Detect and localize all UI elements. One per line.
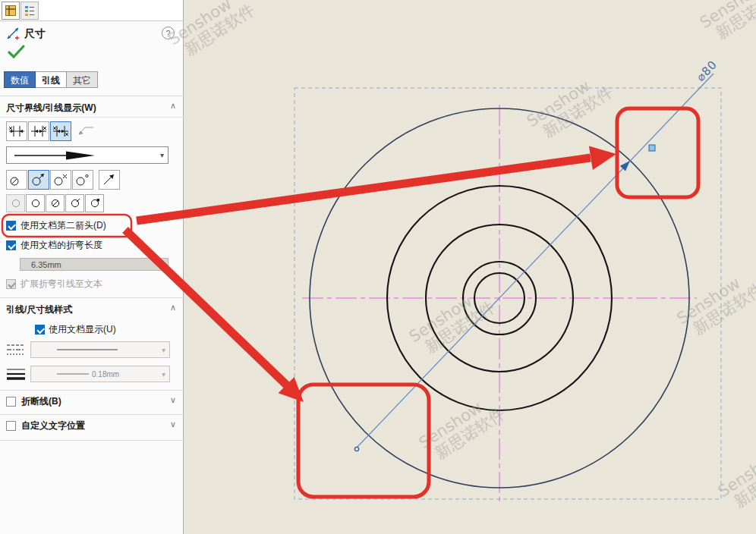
circle-dot-leader-icon	[75, 173, 90, 187]
custom-text-position-checkbox[interactable]	[6, 421, 16, 431]
circle-square-style-icon	[90, 198, 100, 209]
expand-custom-text-chevron[interactable]: ∨	[168, 419, 178, 429]
arrows-outside-icon	[8, 125, 25, 137]
divider	[0, 390, 184, 391]
second-arrow-label[interactable]: 使用文档第二箭头(D)	[20, 219, 106, 232]
circle-slash-style-icon	[50, 198, 61, 209]
chevron-down-icon: ▾	[159, 346, 168, 354]
witness-section-title: 尺寸界线/引线显示(W)	[6, 102, 96, 115]
dot-style-5-button[interactable]	[85, 194, 104, 212]
panel-tab-strip	[0, 0, 183, 21]
divider	[0, 297, 184, 298]
tab-configuration[interactable]	[20, 2, 39, 20]
list-icon	[24, 5, 36, 17]
divider	[0, 440, 184, 441]
use-document-display-checkbox[interactable]	[35, 325, 45, 335]
collapse-leader-style-chevron[interactable]: ∧	[168, 303, 178, 313]
property-manager-panel: 尺寸 ? 数值 引线 其它 尺寸界线/引线显示(W) ∧	[0, 0, 184, 534]
extend-bend-checkbox[interactable]	[6, 279, 16, 289]
divider	[0, 414, 184, 415]
circle-cross-leader-icon	[53, 173, 68, 187]
arrow-style-sample	[11, 150, 110, 161]
expand-break-line-chevron[interactable]: ∨	[168, 395, 178, 405]
leader-style-4-button[interactable]	[72, 170, 93, 190]
circle-style-icon	[30, 198, 41, 209]
arrows-inside-icon	[30, 125, 47, 137]
circle-arrow-style-icon	[70, 198, 80, 209]
ok-button[interactable]	[7, 44, 27, 59]
dot-style-3-button[interactable]	[46, 194, 65, 212]
divider	[0, 117, 184, 118]
break-line-section-title: 折断线(B)	[21, 395, 61, 408]
dot-style-2-button[interactable]	[26, 194, 45, 212]
arrows-inside-button[interactable]	[28, 121, 49, 141]
divider	[0, 96, 184, 96]
line-thickness-dropdown[interactable]: 0.18mm ▾	[30, 366, 170, 382]
collapse-witness-chevron[interactable]: ∧	[168, 101, 178, 111]
dot-style-4-button[interactable]	[65, 194, 84, 212]
extend-bend-label: 扩展折弯引线至文本	[20, 278, 102, 291]
thickness-sample	[57, 373, 89, 375]
page-title: 尺寸	[24, 27, 46, 41]
line-style-dropdown[interactable]: ▾	[30, 341, 170, 358]
arrows-smart-icon	[52, 125, 69, 137]
chevron-down-icon: ▾	[159, 370, 168, 379]
thickness-value: 0.18mm	[92, 370, 119, 379]
break-line-checkbox[interactable]	[6, 397, 16, 407]
arrows-smart-button[interactable]	[50, 121, 71, 141]
custom-text-position-title: 自定义文字位置	[21, 419, 85, 432]
circle-leader-icon	[9, 173, 24, 187]
tab-value[interactable]: 数值	[4, 71, 36, 88]
panel-tabs: 数值 引线 其它	[4, 71, 98, 88]
leader-style-1-button[interactable]	[6, 170, 27, 190]
line-style-icon	[6, 343, 26, 357]
tab-other[interactable]: 其它	[67, 71, 98, 88]
use-document-display-label[interactable]: 使用文档显示(U)	[49, 323, 116, 336]
second-arrow-checkbox[interactable]	[6, 221, 16, 231]
tab-propertymanager[interactable]	[2, 2, 20, 20]
dot-style-1-button[interactable]	[6, 194, 25, 212]
foreshortened-leader-icon	[77, 123, 96, 137]
drawing-sheet	[184, 0, 756, 534]
propertymanager-icon	[5, 5, 17, 17]
leader-style-3-button[interactable]	[50, 170, 71, 190]
bend-length-checkbox[interactable]	[6, 240, 16, 250]
app-window: 尺寸 ? 数值 引线 其它 尺寸界线/引线显示(W) ∧	[0, 0, 756, 534]
bend-length-input[interactable]: 6.35mm	[20, 258, 169, 271]
witness-toggle-button[interactable]	[99, 170, 120, 190]
circle-style-icon	[11, 198, 21, 209]
circle-arrow-leader-icon	[31, 173, 46, 187]
bend-length-label[interactable]: 使用文档的折弯长度	[20, 239, 102, 252]
arrows-outside-button[interactable]	[6, 121, 27, 141]
leader-style-2-button[interactable]	[28, 170, 49, 190]
dimension-icon	[5, 25, 21, 42]
tab-leaders[interactable]: 引线	[36, 71, 67, 88]
leader-style-section-title: 引线/尺寸线样式	[6, 303, 72, 316]
arrow-style-dropdown[interactable]: ▾	[6, 146, 169, 164]
chevron-down-icon: ▾	[158, 151, 166, 159]
diagonal-arrow-icon	[102, 173, 117, 187]
help-icon[interactable]: ?	[162, 27, 175, 39]
line-style-sample	[57, 349, 118, 350]
line-thickness-icon	[6, 367, 26, 381]
